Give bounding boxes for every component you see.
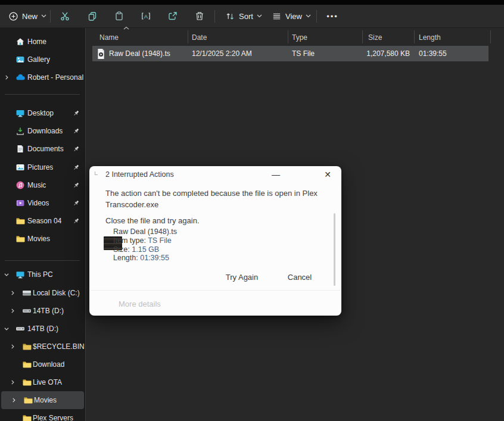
more-details-link[interactable]: More details bbox=[119, 300, 161, 308]
trash-icon bbox=[194, 11, 205, 21]
share-icon bbox=[167, 11, 178, 21]
view-button[interactable]: View bbox=[267, 7, 316, 25]
sort-button-label: Sort bbox=[239, 12, 253, 21]
toolbar-divider bbox=[214, 10, 215, 23]
sort-arrows-icon bbox=[225, 11, 235, 21]
toolbar-divider bbox=[316, 10, 317, 23]
chevron-down-icon[interactable] bbox=[4, 272, 10, 277]
rename-icon: A bbox=[141, 11, 151, 21]
pin-icon bbox=[72, 199, 80, 207]
sidebar-item-recycle-bin[interactable]: $RECYCLE.BIN bbox=[0, 338, 85, 355]
document-icon bbox=[15, 144, 25, 154]
new-button[interactable]: New bbox=[4, 7, 51, 25]
sidebar-item-label: Plex Servers bbox=[33, 414, 73, 421]
sidebar-item-label: Home bbox=[27, 38, 46, 46]
item-type-value: TS File bbox=[148, 236, 172, 245]
chevron-down-icon[interactable] bbox=[4, 326, 10, 332]
interrupted-action-dialog: 2 Interrupted Actions — ✕ The action can… bbox=[89, 166, 341, 316]
this-pc-icon bbox=[15, 270, 25, 279]
sidebar-item-14tb-d-expanded[interactable]: 14TB (D:) bbox=[0, 320, 85, 338]
share-button[interactable] bbox=[162, 7, 183, 25]
column-header-type[interactable]: Type bbox=[292, 31, 307, 44]
chevron-down-icon bbox=[257, 14, 262, 18]
videos-icon bbox=[15, 198, 25, 208]
sidebar-item-label: Download bbox=[33, 360, 64, 369]
sidebar-separator bbox=[5, 260, 80, 261]
file-type-cell: TS File bbox=[292, 46, 315, 61]
desktop-icon bbox=[15, 108, 25, 118]
chevron-down-icon bbox=[306, 14, 311, 18]
pin-icon bbox=[72, 182, 80, 189]
sidebar-item-music[interactable]: Music bbox=[0, 176, 85, 194]
sidebar-item-movies-selected[interactable]: Movies bbox=[1, 391, 84, 409]
chevron-right-icon[interactable] bbox=[10, 379, 15, 385]
sort-ascending-caret-icon[interactable] bbox=[123, 26, 130, 30]
sidebar-item-label: Desktop bbox=[27, 109, 54, 117]
more-options-button[interactable]: ••• bbox=[322, 7, 343, 25]
sidebar-item-label: Pictures bbox=[27, 163, 53, 171]
column-divider[interactable] bbox=[490, 30, 491, 43]
sidebar-item-live-ota[interactable]: Live OTA bbox=[0, 373, 85, 391]
pane-splitter[interactable] bbox=[85, 28, 86, 421]
minimize-button[interactable]: — bbox=[267, 167, 285, 182]
sidebar-item-label: Live OTA bbox=[33, 378, 62, 386]
sidebar-item-desktop[interactable]: Desktop bbox=[0, 104, 85, 122]
command-bar: New A Sort bbox=[0, 5, 504, 28]
dialog-title: 2 Interrupted Actions bbox=[105, 170, 174, 179]
sidebar-item-documents[interactable]: Documents bbox=[0, 140, 85, 158]
sidebar-item-movies-recent[interactable]: Movies bbox=[0, 230, 85, 248]
dialog-corner-glyph bbox=[95, 171, 98, 175]
plus-circle-icon bbox=[8, 11, 18, 21]
sidebar-item-gallery[interactable]: Gallery bbox=[0, 51, 85, 68]
close-button[interactable]: ✕ bbox=[319, 167, 337, 182]
file-row-selected[interactable]: Raw Deal (1948).ts 12/1/2025 2:20 AM TS … bbox=[92, 46, 489, 61]
chevron-right-icon[interactable] bbox=[10, 290, 15, 296]
dialog-scrollbar-thumb[interactable] bbox=[334, 213, 335, 286]
svg-text:A: A bbox=[144, 13, 148, 20]
sidebar-item-label: This PC bbox=[27, 270, 53, 279]
chevron-right-icon[interactable] bbox=[4, 74, 10, 80]
sidebar-item-local-disk-c[interactable]: Local Disk (C:) bbox=[0, 284, 85, 302]
rename-button[interactable]: A bbox=[135, 7, 157, 25]
ts-file-icon bbox=[97, 48, 105, 64]
chevron-right-icon[interactable] bbox=[11, 397, 17, 403]
sidebar-item-label: Gallery bbox=[27, 55, 50, 64]
folder-icon bbox=[22, 360, 32, 369]
folder-icon bbox=[15, 234, 25, 244]
try-again-button[interactable]: Try Again bbox=[218, 271, 266, 284]
cut-button[interactable] bbox=[54, 7, 76, 25]
column-header-date[interactable]: Date bbox=[192, 31, 207, 44]
sidebar-item-plex-servers[interactable]: Plex Servers bbox=[0, 409, 85, 421]
column-divider[interactable] bbox=[414, 30, 415, 43]
copy-button[interactable] bbox=[82, 7, 103, 25]
folder-icon bbox=[22, 378, 32, 387]
sidebar-item-label: 14TB (D:) bbox=[27, 325, 58, 333]
column-header-name[interactable]: Name bbox=[99, 31, 119, 44]
sidebar-item-label: Downloads bbox=[27, 127, 63, 135]
column-divider[interactable] bbox=[362, 30, 363, 43]
sidebar-item-this-pc[interactable]: This PC bbox=[0, 266, 85, 283]
column-divider[interactable] bbox=[188, 30, 188, 43]
sidebar-item-download-folder[interactable]: Download bbox=[0, 355, 85, 373]
view-button-label: View bbox=[285, 12, 302, 21]
cancel-button[interactable]: Cancel bbox=[279, 271, 321, 284]
sidebar-item-pictures[interactable]: Pictures bbox=[0, 158, 85, 176]
chevron-right-icon[interactable] bbox=[10, 308, 15, 314]
paste-button[interactable] bbox=[108, 7, 130, 25]
sidebar-item-14tb-d[interactable]: 14TB (D:) bbox=[0, 302, 85, 320]
sidebar-item-downloads[interactable]: Downloads bbox=[0, 122, 85, 140]
column-header-size[interactable]: Size bbox=[368, 31, 382, 44]
column-divider[interactable] bbox=[288, 30, 288, 43]
sidebar-item-videos[interactable]: Videos bbox=[0, 194, 85, 212]
ellipsis-icon: ••• bbox=[326, 12, 338, 21]
sidebar-item-label: Robert - Personal bbox=[27, 73, 83, 82]
sidebar-item-onedrive[interactable]: Robert - Personal bbox=[0, 68, 85, 86]
folder-icon bbox=[22, 413, 32, 421]
sort-button[interactable]: Sort bbox=[220, 7, 267, 25]
chevron-right-icon[interactable] bbox=[10, 344, 15, 350]
window-top-edge bbox=[0, 0, 504, 5]
sidebar-item-season-04[interactable]: Season 04 bbox=[0, 212, 85, 230]
delete-button[interactable] bbox=[189, 7, 210, 25]
sidebar-item-home[interactable]: Home bbox=[0, 33, 85, 51]
column-header-length[interactable]: Length bbox=[419, 31, 441, 44]
